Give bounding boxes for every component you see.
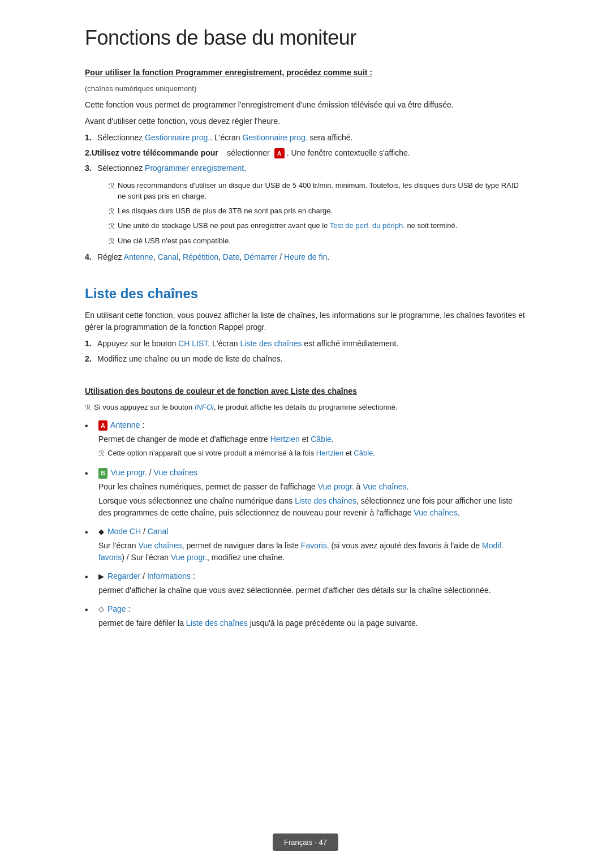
- link-hertzien2[interactable]: Hertzien: [316, 449, 343, 457]
- section2: Liste des chaînes En utilisant cette fon…: [85, 283, 526, 365]
- step1-text: Sélectionnez Gestionnaire prog.. L'écran…: [97, 132, 353, 144]
- link-canal[interactable]: Canal: [158, 252, 179, 261]
- badge-watch-regarder: ▶: [98, 571, 104, 582]
- note4-icon: ℛ: [109, 236, 114, 247]
- link-vuechaines4[interactable]: Vue chaînes: [138, 541, 182, 550]
- link-liste-chaines-s2[interactable]: Liste des chaînes: [240, 339, 302, 348]
- section2-intro: En utilisant cette fonction, vous pouvez…: [85, 310, 526, 333]
- link-info-i[interactable]: INFOi: [195, 403, 214, 411]
- bullet-content-page: ◇ Page : permet de faire défiler la List…: [98, 603, 526, 631]
- section1-intro: Cette fonction vous permet de programmer…: [85, 99, 526, 111]
- link-date[interactable]: Date: [223, 252, 240, 261]
- step1: 1. Sélectionnez Gestionnaire prog.. L'éc…: [85, 132, 526, 144]
- regarder-subtext: permet d'afficher la chaîne que vous ave…: [98, 585, 526, 596]
- note1-icon: ℛ: [109, 181, 114, 192]
- antenne-subtext: Permet de changer de mode et d'affichage…: [98, 433, 526, 445]
- step4-number: 4.: [85, 251, 97, 263]
- badge-b-vueprogr: B: [98, 468, 107, 479]
- link-regarder[interactable]: Regarder: [107, 571, 140, 581]
- antenne-note-icon: ℛ: [98, 448, 104, 459]
- step4: 4. Réglez Antenne, Canal, Répétition, Da…: [85, 251, 526, 263]
- step1-number: 1.: [85, 132, 97, 144]
- s2-step1-number: 1.: [85, 338, 97, 350]
- s2-step2-text: Modifiez une chaîne ou un mode de liste …: [97, 353, 283, 365]
- page-container: Fonctions de base du moniteur Pour utili…: [51, 0, 560, 868]
- bullet-dot-antenne: •: [85, 419, 96, 433]
- note3-icon: ℛ: [109, 221, 114, 232]
- link-hertzien1[interactable]: Hertzien: [270, 435, 300, 444]
- section2-steps: 1. Appuyez sur le bouton CH LIST. L'écra…: [85, 338, 526, 365]
- page-title: Fonctions de base du moniteur: [85, 23, 526, 53]
- link-informations[interactable]: Informations: [147, 571, 191, 581]
- footer-badge: Français - 47: [273, 833, 338, 852]
- step4-text: Réglez Antenne, Canal, Répétition, Date,…: [97, 251, 329, 263]
- link-modech[interactable]: Mode CH: [107, 527, 141, 536]
- link-repetition[interactable]: Répétition: [183, 252, 218, 261]
- section3-heading: Utilisation des boutons de couleur et de…: [85, 385, 526, 397]
- link-canal2[interactable]: Canal: [148, 527, 169, 536]
- note3-text: Une unité de stockage USB ne peut pas en…: [118, 220, 457, 231]
- bullet-page: • ◇ Page : permet de faire défiler la Li…: [85, 603, 526, 631]
- section1-subtitle: (chaînes numériques uniquement): [85, 83, 526, 94]
- section1-steps: 1. Sélectionnez Gestionnaire prog.. L'éc…: [85, 132, 526, 174]
- link-test-perf[interactable]: Test de perf. du périph.: [330, 221, 405, 230]
- bullet-modech: • ◆ Mode CH / Canal Sur l'écran Vue chaî…: [85, 526, 526, 566]
- footer-bar: Français - 47: [51, 833, 560, 852]
- link-heure-fin[interactable]: Heure de fin: [284, 252, 327, 261]
- bullet-regarder: • ▶ Regarder / Informations : permet d'a…: [85, 570, 526, 599]
- link-cable2[interactable]: Câble: [354, 449, 373, 457]
- section1-prereq: Avant d'utiliser cette fonction, vous de…: [85, 115, 526, 127]
- vueprogr-subtext1: Pour les chaînes numériques, permet de p…: [98, 481, 526, 493]
- note2-text: Les disques durs USB de plus de 3TB ne s…: [118, 205, 333, 217]
- section2-step2: 2. Modifiez une chaîne ou un mode de lis…: [85, 353, 526, 365]
- antenne-note-text: Cette option n'apparaît que si votre pro…: [107, 448, 375, 459]
- note4: ℛ Une clé USB n'est pas compatible.: [109, 235, 526, 247]
- note4-text: Une clé USB n'est pas compatible.: [118, 235, 231, 247]
- link-programmer-enregistrement[interactable]: Programmer enregistrement: [145, 164, 244, 173]
- link-vueprogr3[interactable]: Vue progr.: [171, 553, 207, 562]
- link-vueprogr[interactable]: Vue progr.: [111, 468, 147, 477]
- bullet-dot-page: •: [85, 603, 96, 617]
- note2: ℛ Les disques durs USB de plus de 3TB ne…: [109, 205, 526, 217]
- link-antenne[interactable]: Antenne: [124, 252, 153, 261]
- section3-intro-note: ℛ Si vous appuyez sur le bouton INFOi, l…: [85, 402, 526, 414]
- link-page[interactable]: Page: [107, 604, 126, 613]
- link-listechaines2[interactable]: Liste des chaînes: [295, 496, 356, 505]
- bullet-dot-modech: •: [85, 526, 96, 539]
- bullet-antenne: • A Antenne : Permet de changer de mode …: [85, 419, 526, 463]
- step3-notes: ℛ Nous recommandons d'utiliser un disque…: [97, 180, 526, 247]
- step2-label: 2.Utilisez votre télécommande pour: [85, 148, 218, 157]
- section3: Utilisation des boutons de couleur et de…: [85, 385, 526, 631]
- note1: ℛ Nous recommandons d'utiliser un disque…: [109, 180, 526, 202]
- section1-heading: Pour utiliser la fonction Programmer enr…: [85, 67, 526, 79]
- link-antenne-b3[interactable]: Antenne: [110, 420, 140, 429]
- step3-text: Sélectionnez Programmer enregistrement.: [97, 162, 246, 174]
- section3-bullets: • A Antenne : Permet de changer de mode …: [85, 419, 526, 632]
- step2-content: 2.Utilisez votre télécommande pour sélec…: [85, 147, 410, 159]
- link-gestionnaire1[interactable]: Gestionnaire prog.: [145, 133, 210, 142]
- link-vueprogr2[interactable]: Vue progr.: [318, 482, 354, 491]
- section1-step4: 4. Réglez Antenne, Canal, Répétition, Da…: [85, 251, 526, 263]
- badge-a-step2: A: [274, 148, 285, 158]
- badge-page-icon: ◇: [98, 604, 104, 615]
- link-gestionnaire2[interactable]: Gestionnaire prog.: [242, 133, 307, 142]
- note2-icon: ℛ: [109, 206, 114, 217]
- modech-subtext: Sur l'écran Vue chaînes, permet de navig…: [98, 540, 526, 564]
- bullet-content-modech: ◆ Mode CH / Canal Sur l'écran Vue chaîne…: [98, 526, 526, 566]
- note1-text: Nous recommandons d'utiliser un disque d…: [118, 180, 526, 202]
- link-vuechaines2[interactable]: Vue chaînes: [363, 482, 406, 491]
- section2-title: Liste des chaînes: [85, 283, 526, 304]
- link-cable1[interactable]: Câble: [311, 435, 332, 444]
- section1: Pour utiliser la fonction Programmer enr…: [85, 67, 526, 263]
- link-demarrer[interactable]: Démarrer: [244, 252, 277, 261]
- badge-a-antenne: A: [98, 420, 107, 431]
- note3: ℛ Une unité de stockage USB ne peut pas …: [109, 220, 526, 232]
- link-vuechaines1[interactable]: Vue chaînes: [154, 468, 197, 477]
- link-favoris1[interactable]: Favoris: [301, 541, 327, 550]
- s2-step2-number: 2.: [85, 353, 97, 365]
- bullet-vueprogr: • B Vue progr. / Vue chaînes Pour les ch…: [85, 467, 526, 521]
- antenne-note: ℛ Cette option n'apparaît que si votre p…: [98, 448, 526, 459]
- link-vuechaines3[interactable]: Vue chaînes: [414, 508, 457, 517]
- link-listechaines3[interactable]: Liste des chaînes: [186, 618, 248, 628]
- link-ch-list[interactable]: CH LIST: [178, 339, 208, 348]
